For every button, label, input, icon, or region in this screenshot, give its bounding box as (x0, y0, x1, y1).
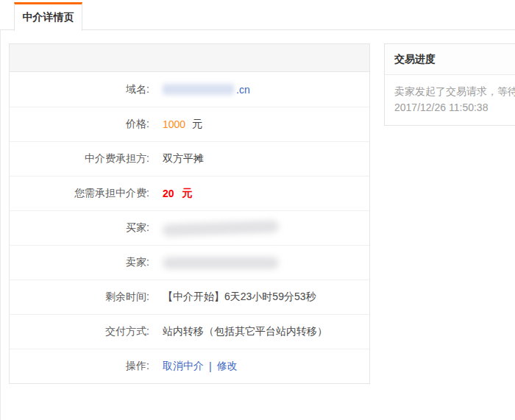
row-domain: 域名: .cn (10, 72, 369, 107)
row-buyer: 买家: (10, 210, 369, 245)
tab-label: 中介详情页 (23, 11, 74, 24)
redacted-domain-blur (163, 84, 234, 95)
progress-timestamp: 2017/12/26 11:50:38 (394, 99, 515, 115)
price-value: 1000 (163, 118, 185, 130)
tab-intermediary-detail[interactable]: 中介详情页 (14, 2, 82, 31)
your-fee-label: 您需承担中介费: (10, 187, 149, 200)
row-actions: 操作: 取消中介 | 修改 (10, 349, 369, 383)
actions-separator: | (209, 360, 212, 372)
time-left-label: 剩余时间: (10, 291, 149, 304)
domain-suffix-link[interactable]: .cn (236, 84, 250, 96)
delivery-value: 站内转移（包括其它平台站内转移） (149, 325, 327, 338)
intermediary-detail-table: 域名: .cn 价格: 1000 元 中介费承担方: 双方平摊 您需承担中介费:… (9, 43, 370, 384)
row-fee-bearer: 中介费承担方: 双方平摊 (10, 141, 369, 176)
price-label: 价格: (10, 118, 149, 131)
row-seller: 卖家: (10, 245, 369, 280)
domain-label: 域名: (10, 83, 149, 96)
time-left-value: 【中介开始】6天23小时59分53秒 (149, 291, 316, 304)
actions-label: 操作: (10, 360, 149, 373)
tab-bar: 中介详情页 (0, 0, 515, 30)
transaction-progress-panel: 交易进度 卖家发起了交易请求，等待 2017/12/26 11:50:38 (384, 43, 515, 126)
cancel-intermediary-link[interactable]: 取消中介 (163, 360, 204, 373)
redacted-seller-blur (163, 257, 279, 269)
row-delivery: 交付方式: 站内转移（包括其它平台站内转移） (10, 314, 369, 349)
your-fee-unit: 元 (182, 187, 193, 200)
progress-message: 卖家发起了交易请求，等待 (394, 83, 515, 99)
table-header-band (10, 44, 369, 72)
row-your-fee: 您需承担中介费: 20 元 (10, 176, 369, 210)
your-fee-value: 20 (163, 188, 174, 199)
seller-label: 卖家: (10, 256, 149, 269)
modify-link[interactable]: 修改 (217, 360, 238, 373)
row-time-left: 剩余时间: 【中介开始】6天23小时59分53秒 (10, 280, 369, 314)
page-left-border (0, 7, 1, 420)
fee-bearer-label: 中介费承担方: (10, 152, 149, 165)
price-unit: 元 (192, 118, 202, 131)
buyer-label: 买家: (10, 221, 149, 235)
fee-bearer-value: 双方平摊 (149, 152, 204, 165)
redacted-buyer-blur (163, 220, 279, 237)
progress-panel-title: 交易进度 (385, 44, 515, 75)
delivery-label: 交付方式: (10, 325, 149, 338)
row-price: 价格: 1000 元 (10, 107, 369, 141)
